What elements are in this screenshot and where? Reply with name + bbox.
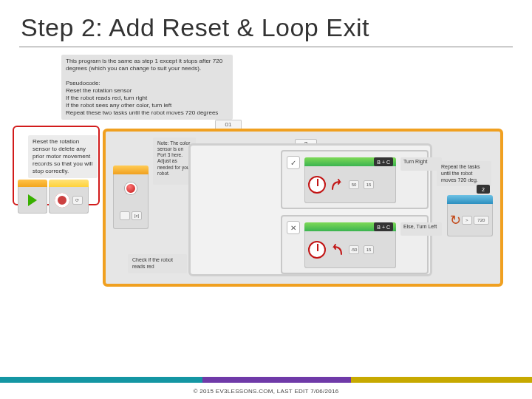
- slide-title: Step 2: Add Reset & Loop Exit: [0, 0, 532, 47]
- steer-value-left[interactable]: -50: [349, 245, 359, 254]
- loop-exit-header: [447, 195, 493, 204]
- comment-turn-right: Turn Right: [400, 157, 442, 171]
- motor-ports-text: B + C: [377, 160, 390, 165]
- loop-exit-body: ↻ > 720: [447, 204, 493, 236]
- start-block-header: [18, 180, 47, 187]
- loop-inner: Note: The color sensor is on Port 3 here…: [109, 134, 497, 281]
- move-right-header: B + C: [304, 157, 396, 166]
- sensor-value-port[interactable]: [c]: [132, 211, 142, 220]
- turn-left-curve-icon: [329, 242, 345, 258]
- program-canvas: This program is the same as step 1 excep…: [19, 55, 513, 337]
- footer-color-bar: [0, 377, 532, 383]
- title-divider: [19, 47, 513, 47]
- motor-ports-label-2[interactable]: B + C: [374, 222, 393, 231]
- move-left-header: B + C: [304, 222, 396, 231]
- move-steering-right-block[interactable]: B + C 50 15: [304, 157, 396, 203]
- rotation-reset-block[interactable]: ⟳: [49, 180, 89, 214]
- comment-reset-rotation: Reset the rotation sensor to delete any …: [28, 135, 98, 178]
- switch-true-branch: ✓ B + C 50 15 Turn R: [281, 150, 429, 209]
- loop-block[interactable]: Note: The color sensor is on Port 3 here…: [103, 129, 503, 287]
- steering-dial-icon: [308, 176, 326, 194]
- loop-compare-op[interactable]: >: [462, 216, 472, 225]
- power-value-right[interactable]: 15: [364, 180, 374, 189]
- move-right-body: 50 15: [304, 166, 396, 203]
- footer-bar-teal: [0, 377, 202, 383]
- red-color-icon: [125, 183, 137, 194]
- steer-value-right[interactable]: 50: [349, 180, 359, 189]
- start-block-body: [18, 187, 47, 214]
- comment-intro: This program is the same as step 1 excep…: [61, 55, 233, 120]
- comment-repeat-tasks: Repeat the tasks until the robot moves 7…: [437, 161, 491, 186]
- loop-degrees-value[interactable]: 720: [474, 216, 489, 225]
- move-left-body: -50 15: [304, 231, 396, 268]
- motor-ports-label[interactable]: B + C: [374, 157, 393, 166]
- power-value-left[interactable]: 15: [364, 245, 374, 254]
- move-steering-left-block[interactable]: B + C -50 15: [304, 222, 396, 268]
- switch-sensor-body: [c]: [113, 174, 149, 229]
- switch-sensor-header: [113, 166, 149, 174]
- footer-bar-purple: [202, 377, 352, 383]
- play-icon: [28, 194, 37, 206]
- slide: Step 2: Add Reset & Loop Exit This progr…: [0, 0, 532, 399]
- rotation-mode-port[interactable]: ⟳: [72, 196, 83, 205]
- loop-arrow-icon: ↻: [450, 212, 461, 228]
- rotation-block-header: [49, 180, 89, 187]
- turn-right-curve-icon: [329, 177, 345, 193]
- comment-turn-left: Else, Turn Left: [400, 222, 442, 236]
- steering-dial-icon-2: [308, 241, 326, 259]
- motor-ports-text-2: B + C: [377, 225, 390, 230]
- rotation-sensor-icon: [55, 193, 69, 208]
- switch-block[interactable]: ✓ B + C 50 15 Turn R: [188, 143, 432, 276]
- true-badge-icon: ✓: [287, 156, 300, 169]
- copyright-text: © 2015 EV3LESSONS.COM, LAST EDIT 7/06/20…: [0, 388, 532, 395]
- loop-exit-block[interactable]: ↻ > 720: [447, 195, 493, 236]
- start-block[interactable]: [18, 180, 47, 214]
- comment-check-red: Check if the robot reads red: [128, 254, 187, 273]
- sensor-mode-port[interactable]: [120, 211, 130, 220]
- false-badge-icon: ✕: [287, 221, 300, 234]
- loop-exit-port-tab[interactable]: 2: [477, 185, 490, 194]
- rotation-block-body: ⟳: [49, 187, 89, 214]
- footer-bar-gold: [351, 377, 532, 383]
- switch-false-branch: ✕ B + C -50 15 Else,: [281, 215, 429, 274]
- switch-color-sensor-block[interactable]: [c]: [113, 166, 149, 229]
